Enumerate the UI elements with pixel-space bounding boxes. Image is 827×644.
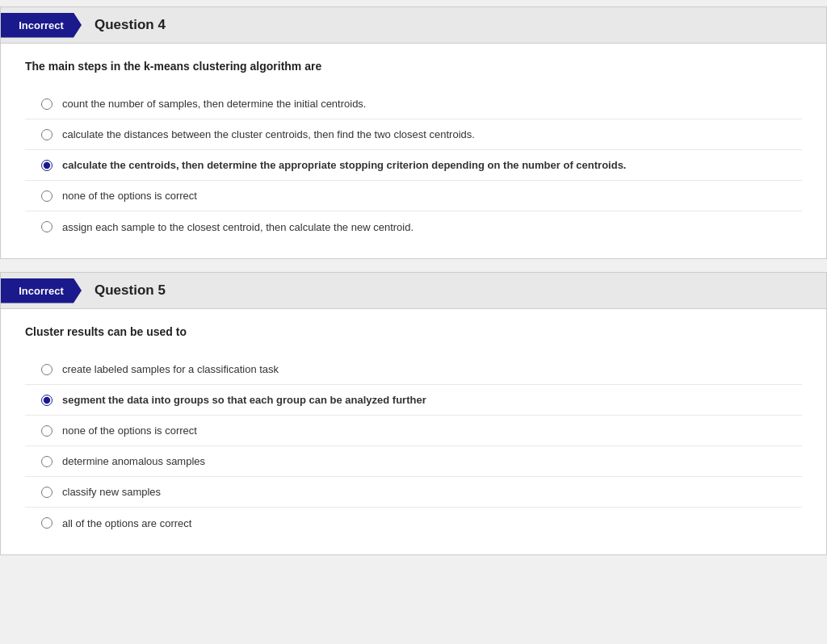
radio-q5o2[interactable]	[41, 395, 52, 406]
option-item-q5o6[interactable]: all of the options are correct	[25, 508, 802, 538]
option-label-q5o4: determine anomalous samples	[62, 455, 205, 467]
option-label-q5o2: segment the data into groups so that eac…	[62, 394, 426, 406]
radio-q4o3[interactable]	[41, 160, 52, 171]
option-item-q4o5[interactable]: assign each sample to the closest centro…	[25, 211, 802, 242]
option-item-q5o2[interactable]: segment the data into groups so that eac…	[25, 385, 802, 416]
option-item-q4o1[interactable]: count the number of samples, then determ…	[25, 89, 802, 119]
option-item-q5o3[interactable]: none of the options is correct	[25, 416, 802, 446]
incorrect-badge-q4: Incorrect	[1, 13, 82, 38]
radio-q5o4[interactable]	[41, 456, 52, 467]
option-label-q5o5: classify new samples	[62, 486, 161, 498]
option-label-q4o5: assign each sample to the closest centro…	[62, 221, 414, 233]
radio-q5o5[interactable]	[41, 487, 52, 498]
question-title-q4: Question 4	[82, 9, 178, 41]
question-block-q5: IncorrectQuestion 5Cluster results can b…	[0, 272, 827, 555]
radio-q4o2[interactable]	[41, 129, 52, 140]
question-block-q4: IncorrectQuestion 4The main steps in the…	[0, 6, 827, 259]
option-item-q5o5[interactable]: classify new samples	[25, 477, 802, 508]
option-item-q4o2[interactable]: calculate the distances between the clus…	[25, 119, 802, 150]
incorrect-badge-q5: Incorrect	[1, 278, 82, 303]
option-item-q5o1[interactable]: create labeled samples for a classificat…	[25, 354, 802, 385]
option-label-q4o2: calculate the distances between the clus…	[62, 128, 475, 140]
option-item-q5o4[interactable]: determine anomalous samples	[25, 446, 802, 477]
question-text-q4: The main steps in the k-means clustering…	[25, 60, 802, 73]
question-title-q5: Question 5	[82, 274, 178, 307]
option-label-q5o3: none of the options is correct	[62, 424, 197, 437]
option-label-q5o6: all of the options are correct	[62, 517, 191, 529]
option-label-q4o1: count the number of samples, then determ…	[62, 98, 367, 110]
question-header-q4: IncorrectQuestion 4	[0, 6, 827, 44]
option-label-q5o1: create labeled samples for a classificat…	[62, 363, 279, 375]
question-text-q5: Cluster results can be used to	[25, 325, 802, 338]
page-container: IncorrectQuestion 4The main steps in the…	[0, 0, 827, 644]
radio-q5o1[interactable]	[41, 364, 52, 375]
radio-q4o1[interactable]	[41, 98, 52, 110]
radio-q4o4[interactable]	[41, 190, 52, 202]
question-body-q4: The main steps in the k-means clustering…	[0, 44, 827, 259]
radio-q5o6[interactable]	[41, 517, 52, 529]
radio-q5o3[interactable]	[41, 425, 52, 437]
option-item-q4o4[interactable]: none of the options is correct	[25, 181, 802, 211]
question-header-q5: IncorrectQuestion 5	[0, 272, 827, 309]
options-list-q4: count the number of samples, then determ…	[25, 89, 802, 242]
option-item-q4o3[interactable]: calculate the centroids, then determine …	[25, 150, 802, 181]
option-label-q4o4: none of the options is correct	[62, 190, 197, 202]
question-body-q5: Cluster results can be used tocreate lab…	[0, 309, 827, 555]
radio-q4o5[interactable]	[41, 221, 52, 232]
option-label-q4o3: calculate the centroids, then determine …	[62, 159, 626, 171]
options-list-q5: create labeled samples for a classificat…	[25, 354, 802, 538]
